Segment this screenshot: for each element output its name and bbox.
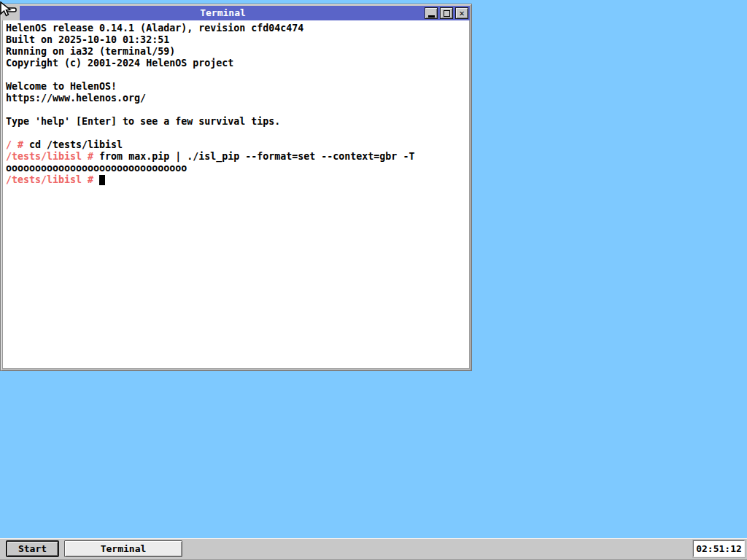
system-menu-button[interactable] (2, 6, 20, 20)
window-title: Terminal (21, 6, 425, 20)
window-titlebar[interactable]: Terminal ✕ (20, 6, 470, 20)
minimize-button[interactable] (425, 7, 438, 19)
terminal-line: https://www.helenos.org/ (6, 93, 469, 104)
terminal-line: Welcome to HelenOS! (6, 81, 469, 93)
desktop: { "window": { "title": "Terminal", "icon… (0, 0, 747, 560)
text-cursor (99, 175, 105, 185)
maximize-button[interactable] (440, 7, 453, 19)
terminal-line (6, 128, 469, 139)
minimize-icon (428, 15, 435, 18)
taskbar-window-button-terminal[interactable]: Terminal (64, 540, 182, 557)
terminal-line: Running on ia32 (terminal/59) (6, 46, 469, 58)
window-controls: ✕ (425, 7, 468, 19)
terminal-line: /tests/libisl # from max.pip | ./isl_pip… (6, 151, 469, 163)
titlebar-row: Terminal ✕ (2, 6, 470, 20)
close-icon: ✕ (459, 9, 464, 18)
close-button[interactable]: ✕ (455, 7, 468, 19)
terminal-line: HelenOS release 0.14.1 (Aladar), revisio… (6, 23, 469, 34)
terminal-line: Type 'help' [Enter] to see a few surviva… (6, 116, 469, 128)
terminal-line: Copyright (c) 2001-2024 HelenOS project (6, 58, 469, 69)
maximize-icon (444, 10, 450, 17)
terminal-line: / # cd /tests/libisl (6, 139, 469, 151)
terminal-line (6, 104, 469, 116)
taskbar-clock: 02:51:12 (693, 540, 745, 557)
start-button[interactable]: Start (6, 540, 59, 557)
terminal-line: Built on 2025-10-10 01:32:51 (6, 34, 469, 46)
terminal-line: /tests/libisl # (6, 174, 469, 186)
taskbar: Start Terminal 02:51:12 (0, 538, 747, 560)
terminal-line (6, 69, 469, 81)
terminal-output[interactable]: HelenOS release 0.14.1 (Aladar), revisio… (2, 20, 470, 369)
terminal-window: Terminal ✕ HelenOS release 0.14.1 (Alada… (0, 4, 472, 371)
terminal-line: ooooooooooooooooooooooooooooooo (6, 163, 469, 174)
